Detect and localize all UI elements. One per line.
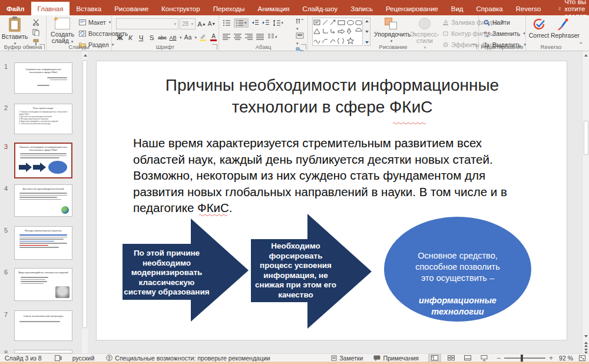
- tab-slideshow[interactable]: Слайд-шоу: [296, 2, 345, 15]
- shadow-button[interactable]: S: [147, 32, 156, 42]
- ribbon-tab-bar: Файл Главная Вставка Рисование Конструкт…: [0, 0, 589, 15]
- thumbnail-scroll-up-button[interactable]: [82, 52, 88, 59]
- accessibility-icon: [106, 355, 112, 361]
- find-button[interactable]: Найти: [484, 18, 526, 27]
- tab-file[interactable]: Файл: [0, 2, 31, 15]
- shapes-scroll-down[interactable]: [365, 31, 369, 33]
- font-name-combobox[interactable]: ▾: [116, 18, 178, 29]
- char-spacing-button[interactable]: АВ: [168, 32, 177, 42]
- line-spacing-button[interactable]: ▾: [273, 19, 284, 27]
- language-indicator[interactable]: русский: [72, 355, 95, 362]
- zoom-slider[interactable]: [504, 358, 545, 359]
- paragraph-dialog-launcher[interactable]: [301, 44, 306, 49]
- thumbnail-slide-4[interactable]: Достоинства мультимедиатехнологий: [14, 184, 72, 217]
- shrink-font-button[interactable]: А▼: [207, 19, 216, 29]
- font-size-combobox[interactable]: 28▾: [180, 18, 196, 29]
- tab-home[interactable]: Главная: [31, 2, 70, 15]
- workspace: 1 Современные информационные технологии …: [0, 51, 589, 353]
- change-case-button[interactable]: Аа: [184, 32, 193, 42]
- view-slideshow-button[interactable]: [478, 354, 491, 362]
- slide-scrollbar[interactable]: [582, 51, 589, 353]
- underline-button[interactable]: Ч: [137, 32, 145, 42]
- highlight-color-button[interactable]: [198, 32, 207, 42]
- numbering-button[interactable]: ▾: [234, 18, 249, 28]
- thumbnail-scrollbar-thumb[interactable]: [82, 60, 87, 328]
- zoom-percentage[interactable]: 92 %: [559, 355, 573, 362]
- view-reading-button[interactable]: [461, 354, 474, 362]
- zoom-slider-thumb[interactable]: [521, 355, 523, 362]
- italic-button[interactable]: К: [126, 32, 135, 42]
- drawing-dialog-launcher[interactable]: [472, 44, 477, 49]
- slide-thumbnail-panel: 1 Современные информационные технологии …: [0, 51, 81, 353]
- grow-font-button[interactable]: А▲: [197, 19, 206, 29]
- scroll-up-button[interactable]: [583, 52, 588, 59]
- columns-button[interactable]: ▾: [267, 34, 277, 40]
- ellipse-text[interactable]: Основное средство, способное позволить э…: [391, 239, 524, 329]
- thumbnail-number-1: 1: [4, 63, 8, 70]
- paste-clipboard-icon: [9, 18, 21, 32]
- arrange-button[interactable]: Упорядочить ▾: [374, 17, 408, 44]
- cut-button[interactable]: [29, 18, 42, 27]
- reverso-rephraser-button[interactable]: Rephraser: [551, 17, 575, 39]
- align-left-button[interactable]: [223, 34, 230, 40]
- view-normal-button[interactable]: [428, 354, 441, 362]
- decrease-indent-button[interactable]: [252, 19, 259, 27]
- new-slide-icon: [55, 18, 70, 29]
- paste-button[interactable]: Вставить ▾: [1, 17, 28, 47]
- zoom-in-button[interactable]: +: [549, 354, 553, 362]
- strikethrough-button[interactable]: abc: [158, 32, 167, 42]
- clipboard-dialog-launcher[interactable]: [39, 44, 45, 49]
- tab-insert[interactable]: Вставка: [70, 2, 108, 15]
- text-direction-button[interactable]: ▾: [296, 18, 304, 31]
- tab-help[interactable]: Справка: [470, 2, 509, 15]
- copy-button[interactable]: [29, 28, 42, 37]
- font-color-button[interactable]: А: [209, 32, 218, 42]
- bullets-button[interactable]: [223, 19, 231, 27]
- display-settings-icon[interactable]: [55, 355, 62, 361]
- thumbnail-slide-3-selected[interactable]: Причины необходимости информационные тех…: [14, 143, 72, 178]
- tab-transitions[interactable]: Переходы: [207, 2, 252, 15]
- new-slide-button[interactable]: Создать слайд ▾: [48, 17, 77, 45]
- scroll-down-button[interactable]: [583, 333, 588, 340]
- thumbnail-scrollbar[interactable]: [81, 51, 88, 353]
- tab-design[interactable]: Конструктор: [155, 2, 207, 15]
- shapes-gallery-icons: [313, 18, 362, 45]
- shapes-gallery[interactable]: [312, 18, 363, 46]
- thumbnail-slide-6[interactable]: Виды мультимедийных электронных изданий: [14, 268, 72, 301]
- slide-editor[interactable]: Причины необходимости информационные тех…: [96, 61, 567, 340]
- thumbnail-slide-1[interactable]: Современные информационные технологии в …: [14, 62, 72, 94]
- justify-button[interactable]: [256, 34, 264, 40]
- align-center-button[interactable]: [234, 34, 241, 40]
- comments-button[interactable]: Примечания: [373, 355, 419, 362]
- thumbnail-slide-7[interactable]: Список использованной литературы: [14, 310, 72, 341]
- slide-counter[interactable]: Слайд 3 из 8: [5, 355, 42, 362]
- shapes-scroll-up[interactable]: [365, 20, 369, 22]
- tell-me-box[interactable]: Что вы хотите сделать?: [558, 2, 589, 15]
- increase-indent-button[interactable]: [262, 19, 270, 27]
- group-label-reverso: Reverso: [526, 44, 576, 50]
- arrow-2-text[interactable]: Необходимо форсировать процесс усвоения …: [249, 241, 343, 300]
- slide-scrollbar-thumb[interactable]: [584, 121, 588, 155]
- thumbnail-slide-2[interactable]: План презентации: 1. Причины необходимос…: [14, 104, 72, 134]
- tab-animations[interactable]: Анимация: [252, 2, 296, 15]
- align-right-button[interactable]: [245, 34, 253, 40]
- fit-slide-to-window-button[interactable]: [579, 355, 585, 361]
- reverso-correct-button[interactable]: Correct: [527, 17, 551, 39]
- collapse-ribbon-button[interactable]: ⌃: [578, 41, 583, 48]
- arrow-1-text[interactable]: По этой причине необходимо модернизирова…: [123, 249, 211, 297]
- previous-slide-button[interactable]: [583, 340, 588, 348]
- tab-review[interactable]: Рецензирование: [379, 2, 445, 15]
- bold-button[interactable]: Ж: [115, 32, 124, 42]
- font-dialog-launcher[interactable]: [212, 44, 217, 49]
- accessibility-checker[interactable]: Специальные возможности: проверьте реком…: [106, 355, 270, 362]
- tab-draw[interactable]: Рисование: [108, 2, 155, 15]
- tab-record[interactable]: Запись: [344, 2, 379, 15]
- notes-button[interactable]: Заметки: [331, 355, 363, 362]
- tab-reverso[interactable]: Reverso: [509, 2, 548, 15]
- zoom-out-button[interactable]: −: [497, 354, 501, 362]
- tab-view[interactable]: Вид: [445, 2, 470, 15]
- thumbnail-slide-5[interactable]: Методы компьютерного обучения: [14, 226, 72, 260]
- view-slide-sorter-button[interactable]: [445, 354, 458, 362]
- replace-button[interactable]: abac Заменить▾: [484, 29, 526, 38]
- rephraser-icon: [557, 18, 570, 31]
